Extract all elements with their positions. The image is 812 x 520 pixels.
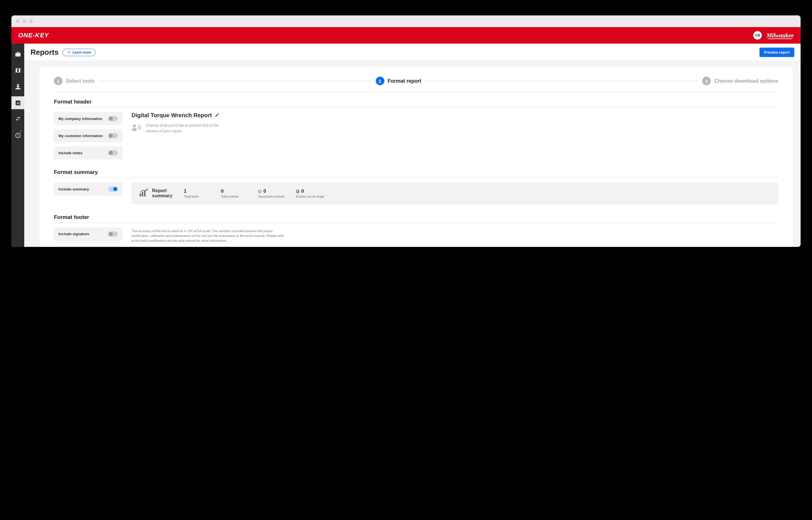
x-circle-icon: ✕ xyxy=(296,189,300,193)
preview-report-button[interactable]: Preview report xyxy=(760,48,794,57)
step-select-tools[interactable]: 1 Select tools xyxy=(54,77,95,85)
sparkle-icon xyxy=(67,50,71,54)
toggle-customer-info-switch[interactable] xyxy=(108,133,118,138)
svg-rect-1 xyxy=(132,128,137,131)
nav-places[interactable] xyxy=(11,64,24,77)
toggle-include-signature: Include signature xyxy=(54,228,122,241)
stat-value: 0 xyxy=(221,188,247,194)
stepper: 1 Select tools 2 Format report xyxy=(54,77,778,93)
svg-rect-5 xyxy=(140,193,141,197)
step-number: 1 xyxy=(54,77,63,85)
toggle-company-info-switch[interactable] xyxy=(108,116,118,121)
app-brand: ONE-KEY xyxy=(18,32,49,39)
summary-box-title: Reportsummary xyxy=(152,188,172,199)
svg-rect-3 xyxy=(138,127,142,128)
window-close-dot[interactable] xyxy=(16,19,20,23)
stat-total-tools: 1 Total tools xyxy=(184,188,210,198)
notification-dot-icon xyxy=(20,131,22,132)
toggle-customer-info: My customer information xyxy=(54,129,122,142)
header-placeholder-text: Choose what you'd like to present first … xyxy=(146,123,228,134)
format-header-title: Format header xyxy=(54,99,778,107)
summary-box: Reportsummary 1 Total tools 0 Total even… xyxy=(131,182,778,204)
toggle-include-notes-switch[interactable] xyxy=(108,150,118,155)
step-divider xyxy=(425,81,698,81)
step-label: Select tools xyxy=(66,78,95,84)
stat-label: Total tools xyxy=(184,195,210,198)
window-controls xyxy=(11,16,801,27)
toggle-label: Include notes xyxy=(58,151,82,155)
step-label: Choose download options xyxy=(714,78,778,84)
side-nav xyxy=(11,44,24,247)
nav-alerts[interactable] xyxy=(11,129,24,142)
map-pin-icon xyxy=(15,67,21,74)
toggle-include-notes: Include notes xyxy=(54,146,122,159)
user-avatar[interactable]: CB xyxy=(753,31,762,40)
format-footer-title: Format footer xyxy=(54,214,778,223)
stat-label: Successful events xyxy=(258,195,285,198)
format-summary-title: Format summary xyxy=(54,169,778,178)
stat-label: Total events xyxy=(221,195,247,198)
footer-disclaimer: The accuracy of this tool is rated at +/… xyxy=(131,228,286,243)
stat-label: Events out of range xyxy=(296,195,324,198)
nav-reports[interactable] xyxy=(11,96,24,109)
check-circle-icon: ✓ xyxy=(258,189,262,193)
window-maximize-dot[interactable] xyxy=(29,19,33,23)
toggle-label: Include summary xyxy=(58,187,89,191)
chart-icon xyxy=(139,188,149,198)
nav-people[interactable] xyxy=(11,80,24,93)
toolbox-icon xyxy=(15,51,21,57)
stat-total-events: 0 Total events xyxy=(221,188,247,198)
toggle-include-signature-switch[interactable] xyxy=(108,232,118,237)
toggle-company-info: My company information xyxy=(54,112,122,125)
step-divider xyxy=(99,81,371,81)
pencil-icon xyxy=(215,112,219,117)
report-title: Digital Torque Wrench Report xyxy=(131,112,212,119)
toggle-include-summary-switch[interactable] xyxy=(108,186,118,191)
window-minimize-dot[interactable] xyxy=(23,19,26,23)
reports-icon xyxy=(15,100,21,106)
app-name: ONE-KEY xyxy=(18,32,49,39)
page-header: Reports Learn more Preview report xyxy=(24,44,801,61)
nav-transfers[interactable] xyxy=(11,112,24,125)
step-label: Format report xyxy=(388,78,421,84)
svg-rect-6 xyxy=(142,192,143,197)
toggle-include-summary: Include summary xyxy=(54,182,122,196)
toggle-label: My company information xyxy=(58,116,102,121)
milwaukee-logo: Milwaukee xyxy=(766,32,794,39)
step-number: 2 xyxy=(376,77,384,85)
step-download-options[interactable]: 3 Choose download options xyxy=(702,77,778,85)
svg-point-0 xyxy=(133,124,136,127)
stat-value: 0 xyxy=(263,188,266,194)
transfer-icon xyxy=(15,116,21,122)
stat-value: 0 xyxy=(301,188,304,194)
svg-rect-2 xyxy=(138,125,142,126)
edit-title-button[interactable] xyxy=(215,112,219,118)
stat-value: 1 xyxy=(184,188,210,194)
page-title: Reports xyxy=(30,48,58,57)
learn-more-button[interactable]: Learn more xyxy=(63,49,95,56)
nav-toolbox[interactable] xyxy=(11,48,24,60)
learn-more-label: Learn more xyxy=(72,50,91,54)
stat-events-out-of-range: ✕ 0 Events out of range xyxy=(296,188,324,198)
step-format-report[interactable]: 2 Format report xyxy=(376,77,421,85)
person-list-icon xyxy=(131,124,142,133)
step-number: 3 xyxy=(702,77,711,85)
svg-rect-4 xyxy=(138,128,142,129)
worker-icon xyxy=(15,83,21,90)
stat-successful-events: ✓ 0 Successful events xyxy=(258,188,285,198)
toggle-label: My customer information xyxy=(58,134,103,138)
alert-icon xyxy=(15,132,21,138)
top-banner: ONE-KEY CB Milwaukee xyxy=(11,27,801,44)
toggle-label: Include signature xyxy=(58,232,89,236)
